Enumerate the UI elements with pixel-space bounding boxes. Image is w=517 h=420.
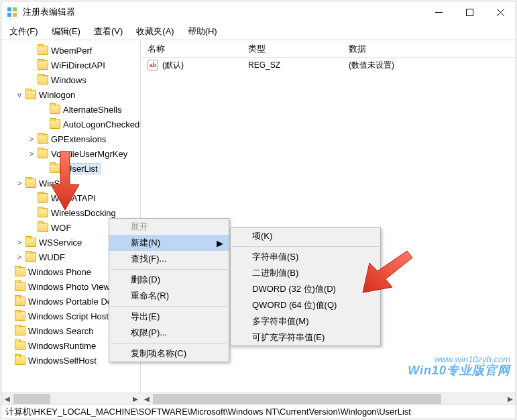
folder-icon <box>38 60 48 70</box>
menubar: 文件(F) 编辑(E) 查看(V) 收藏夹(A) 帮助(H) <box>1 23 516 40</box>
folder-icon <box>15 356 25 365</box>
expander-expand-icon[interactable]: > <box>15 238 24 246</box>
scroll-thumb[interactable] <box>153 394 441 404</box>
folder-icon <box>25 90 36 99</box>
app-icon <box>7 7 17 17</box>
ctx-export[interactable]: 导出(E) <box>109 309 229 325</box>
expander-expand-icon[interactable]: > <box>15 253 24 261</box>
ctx-copy-keyname[interactable]: 复制项名称(C) <box>109 346 229 362</box>
menu-help[interactable]: 帮助(H) <box>181 23 224 40</box>
ctx-new-binary[interactable]: 二进制值(B) <box>231 265 380 281</box>
folder-icon <box>15 341 25 350</box>
expander-expand-icon[interactable]: > <box>15 179 24 187</box>
scroll-thumb[interactable] <box>13 394 50 404</box>
separator <box>111 343 227 344</box>
ctx-new-expandstring[interactable]: 可扩充字符串值(E) <box>231 329 380 346</box>
separator <box>232 246 379 247</box>
expander-expand-icon[interactable]: > <box>27 150 36 158</box>
svg-rect-0 <box>7 7 11 11</box>
titlebar[interactable]: 注册表编辑器 <box>1 1 516 23</box>
ctx-delete[interactable]: 删除(D) <box>109 272 229 288</box>
menu-view[interactable]: 查看(V) <box>87 23 129 40</box>
close-button[interactable] <box>485 1 516 23</box>
folder-icon <box>38 134 48 144</box>
tree-item-wifidirect[interactable]: WiFiDirectAPI <box>1 58 140 72</box>
tree-item-winlogon[interactable]: vWinlogon <box>1 87 140 102</box>
menu-edit[interactable]: 编辑(E) <box>45 23 87 40</box>
tree-item-alternateshells[interactable]: AlternateShells <box>1 102 140 117</box>
expander-collapse-icon[interactable]: v <box>15 91 24 99</box>
value-type: REG_SZ <box>241 60 342 70</box>
svg-rect-2 <box>7 13 11 17</box>
separator <box>111 306 227 307</box>
menu-file[interactable]: 文件(F) <box>3 23 45 40</box>
folder-icon <box>15 297 25 306</box>
folder-icon <box>25 252 36 262</box>
tree-scrollbar-h[interactable]: ◀▶ <box>1 392 141 404</box>
tree-item-gpextensions[interactable]: >GPExtensions <box>1 132 140 146</box>
ctx-find[interactable]: 查找(F)... <box>109 251 229 267</box>
svg-rect-1 <box>13 7 17 11</box>
scroll-left-icon[interactable]: ◀ <box>1 393 13 405</box>
ctx-new-key[interactable]: 项(K) <box>231 228 380 244</box>
list-scrollbar-h[interactable]: ◀▶ <box>141 392 516 404</box>
folder-icon <box>15 311 25 321</box>
ctx-rename[interactable]: 重命名(R) <box>109 288 229 304</box>
ctx-new-multistring[interactable]: 多字符串值(M) <box>231 313 380 329</box>
folder-icon <box>15 326 25 335</box>
minimize-button[interactable] <box>423 1 454 23</box>
tree-item-winsat[interactable]: >WinSAT <box>1 176 140 191</box>
svg-rect-3 <box>13 13 17 17</box>
statusbar: 计算机\HKEY_LOCAL_MACHINE\SOFTWARE\Microsof… <box>1 404 516 419</box>
submenu-arrow-icon: ▶ <box>217 238 223 248</box>
tree-item-windows[interactable]: Windows <box>1 72 140 87</box>
scroll-left-icon[interactable]: ◀ <box>141 393 152 405</box>
folder-icon <box>15 282 25 291</box>
column-header-type[interactable]: 类型 <box>241 40 342 58</box>
ctx-permissions[interactable]: 权限(P)... <box>109 325 229 341</box>
folder-icon <box>50 105 60 114</box>
folder-icon <box>25 238 36 247</box>
tree-item-volatilemgr[interactable]: >VolatileUserMgrKey <box>1 146 140 161</box>
column-header-name[interactable]: 名称 <box>141 40 241 58</box>
watermark: www.win10zyb.com Win10专业版官网 <box>408 355 510 378</box>
status-path: 计算机\HKEY_LOCAL_MACHINE\SOFTWARE\Microsof… <box>5 406 411 418</box>
string-value-icon: ab <box>148 60 158 70</box>
scrollbars: ◀▶ ◀▶ <box>1 392 516 404</box>
menu-favorites[interactable]: 收藏夹(A) <box>129 23 180 40</box>
tree-item-userlist[interactable]: UserList <box>1 161 140 176</box>
expander-expand-icon[interactable]: > <box>27 135 36 143</box>
context-menu-key: 展开 新建(N)▶ 查找(F)... 删除(D) 重命名(R) 导出(E) 权限… <box>109 218 229 362</box>
ctx-new[interactable]: 新建(N)▶ <box>109 235 229 251</box>
scroll-right-icon[interactable]: ▶ <box>129 393 141 405</box>
svg-rect-5 <box>466 9 473 15</box>
ctx-new-string[interactable]: 字符串值(S) <box>231 249 380 265</box>
list-row-default[interactable]: ab(默认) REG_SZ (数值未设置) <box>141 58 516 72</box>
window-title: 注册表编辑器 <box>23 6 423 18</box>
folder-icon <box>38 208 48 217</box>
tree-item-autologon[interactable]: AutoLogonChecked <box>1 117 140 132</box>
list-header: 名称 类型 数据 <box>141 40 516 58</box>
ctx-new-qword[interactable]: QWORD (64 位)值(Q) <box>231 297 380 313</box>
folder-icon <box>15 267 25 276</box>
folder-icon <box>38 75 48 85</box>
scroll-right-icon[interactable]: ▶ <box>504 393 516 405</box>
separator <box>111 269 227 270</box>
folder-icon <box>38 193 48 203</box>
value-name: (默认) <box>162 60 184 71</box>
value-data: (数值未设置) <box>342 60 516 71</box>
tree-item-winsatapi[interactable]: WinSATAPI <box>1 191 140 205</box>
folder-icon <box>25 178 36 188</box>
maximize-button[interactable] <box>454 1 485 23</box>
folder-icon <box>50 164 60 173</box>
column-header-data[interactable]: 数据 <box>342 40 516 58</box>
tree-item[interactable]: WindowsStore <box>1 368 140 369</box>
ctx-new-dword[interactable]: DWORD (32 位)值(D) <box>231 281 380 297</box>
folder-icon <box>38 46 48 55</box>
registry-editor-window: 注册表编辑器 文件(F) 编辑(E) 查看(V) 收藏夹(A) 帮助(H) Wb… <box>1 1 516 419</box>
ctx-expand: 展开 <box>109 219 229 235</box>
folder-icon <box>38 149 48 158</box>
folder-icon <box>38 223 48 232</box>
context-menu-new: 项(K) 字符串值(S) 二进制值(B) DWORD (32 位)值(D) QW… <box>230 227 381 346</box>
tree-item-wbemperf[interactable]: WbemPerf <box>1 43 140 58</box>
